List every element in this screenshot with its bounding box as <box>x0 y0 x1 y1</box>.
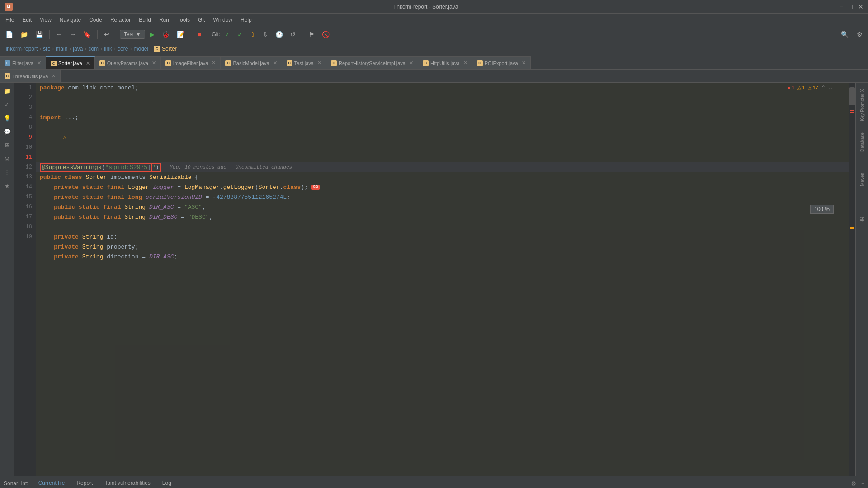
disable-button[interactable]: 🚫 <box>319 29 332 39</box>
tab-threadutils[interactable]: C ThreadUtils.java ✕ <box>0 70 61 82</box>
debug-button[interactable]: 🐞 <box>159 29 172 39</box>
stop-button[interactable]: ■ <box>195 29 204 39</box>
sidebar-commit-icon[interactable]: ✓ <box>1 98 14 111</box>
tab-poiexport[interactable]: C POIExport.java ✕ <box>472 56 531 69</box>
tab-log[interactable]: Log <box>157 478 177 488</box>
line-num-10[interactable]: 10 <box>14 142 36 152</box>
undo-button[interactable]: ↩ <box>101 29 112 39</box>
settings-button[interactable]: ⚙ <box>854 29 865 39</box>
git-check-button[interactable]: ✓ <box>222 29 233 39</box>
tab-filter[interactable]: F Filter.java ✕ <box>0 56 46 69</box>
menu-file[interactable]: File <box>2 16 18 24</box>
git-push-button[interactable]: ⇧ <box>247 29 258 39</box>
scrollbar-thumb[interactable] <box>849 87 855 105</box>
line-num-9[interactable]: 9 <box>14 132 36 142</box>
tab-close-imagefilter[interactable]: ✕ <box>212 60 216 66</box>
tab-basicmodel[interactable]: C BasicModel.java ✕ <box>221 56 282 69</box>
code-editor[interactable]: package com.link.core.model; import ...;… <box>36 83 855 476</box>
menu-run[interactable]: Run <box>156 16 173 24</box>
maximize-button[interactable]: □ <box>849 3 853 10</box>
menu-help[interactable]: Help <box>237 16 255 24</box>
tab-close-basicmodel[interactable]: ✕ <box>273 60 277 66</box>
key-promoter-icon[interactable]: Key Promoter X <box>858 87 867 123</box>
forward-button[interactable]: → <box>67 29 79 39</box>
maven-panel-icon[interactable]: Maven <box>858 170 867 188</box>
sidebar-extra-icon[interactable]: ⋮ <box>1 166 14 178</box>
breadcrumb-file[interactable]: Sorter <box>162 46 177 52</box>
line-num-14[interactable]: 14 <box>14 182 36 192</box>
run-config-dropdown[interactable]: Test ▼ <box>120 30 145 39</box>
line-num-15[interactable]: 15 <box>14 192 36 202</box>
tab-close-poiexport[interactable]: ✕ <box>522 60 526 66</box>
sidebar-maven-icon[interactable]: M <box>1 152 14 165</box>
breadcrumb-model[interactable]: model <box>133 46 148 52</box>
search-button[interactable]: 🔍 <box>838 29 851 39</box>
sidebar-ichelper-icon[interactable]: 💡 <box>1 112 14 124</box>
line-num-17[interactable]: 17 <box>14 212 36 222</box>
coverage-button[interactable]: 📝 <box>174 29 187 39</box>
extra-panel-icon[interactable]: 中文 <box>858 216 867 235</box>
open-button[interactable]: 📁 <box>18 29 31 39</box>
close-button[interactable]: ✕ <box>858 3 863 10</box>
sidebar-chatgpt-icon[interactable]: 💬 <box>1 125 14 138</box>
menu-edit[interactable]: Edit <box>19 16 35 24</box>
line-num-19[interactable]: 19 <box>14 232 36 242</box>
tab-reporthistory[interactable]: C ReportHistoryServiceImpl.java ✕ <box>326 56 418 69</box>
tab-sorter[interactable]: C Sorter.java ✕ <box>46 56 95 69</box>
menu-navigate[interactable]: Navigate <box>56 16 85 24</box>
menu-build[interactable]: Build <box>135 16 155 24</box>
sidebar-favorites-icon[interactable]: ★ <box>1 179 14 192</box>
menu-refactor[interactable]: Refactor <box>107 16 134 24</box>
tab-close-reporthistory[interactable]: ✕ <box>409 60 413 66</box>
database-panel-icon[interactable]: Database <box>858 129 867 156</box>
line-num-16[interactable]: 16 <box>14 202 36 212</box>
breadcrumb-core[interactable]: core <box>118 46 128 52</box>
line-num-2[interactable]: 2 <box>14 93 36 103</box>
back-button[interactable]: ← <box>53 29 65 39</box>
bookmark-button[interactable]: ⚑ <box>306 29 317 39</box>
sidebar-database-icon[interactable]: 🖥 <box>1 139 14 151</box>
menu-window[interactable]: Window <box>209 16 236 24</box>
tab-taint[interactable]: Taint vulnerabilities <box>99 478 156 488</box>
tab-queryparams[interactable]: C QueryParams.java ✕ <box>95 56 161 69</box>
tab-httputils[interactable]: C HttpUtils.java ✕ <box>418 56 472 69</box>
scrollbar-track[interactable] <box>849 83 855 476</box>
line-num-13[interactable]: 13 <box>14 172 36 182</box>
tab-close-queryparams[interactable]: ✕ <box>152 60 156 66</box>
line-num-8[interactable]: 8 <box>14 122 36 132</box>
line-num-12[interactable]: 12 <box>14 162 36 172</box>
tab-current-file[interactable]: Current file <box>33 478 71 488</box>
breadcrumb-main[interactable]: main <box>56 46 67 52</box>
tab-imagefilter[interactable]: C ImageFilter.java ✕ <box>161 56 221 69</box>
menu-git[interactable]: Git <box>194 16 208 24</box>
expand-button[interactable]: ⌄ <box>828 84 833 91</box>
recent-files-button[interactable]: 🔖 <box>80 29 94 39</box>
panel-close-button[interactable]: − <box>861 480 864 487</box>
git-pull-button[interactable]: ⇩ <box>260 29 271 39</box>
tab-close-threadutils[interactable]: ✕ <box>52 73 56 79</box>
breadcrumb-link[interactable]: link <box>104 46 112 52</box>
tab-close-filter[interactable]: ✕ <box>37 60 41 66</box>
menu-tools[interactable]: Tools <box>174 16 193 24</box>
line-num-4[interactable]: 4 <box>14 113 36 122</box>
tab-close-httputils[interactable]: ✕ <box>463 60 467 66</box>
collapse-button[interactable]: ⌃ <box>821 84 826 91</box>
line-num-11[interactable]: 11 <box>14 152 36 162</box>
menu-view[interactable]: View <box>36 16 55 24</box>
save-button[interactable]: 💾 <box>33 29 46 39</box>
git-check2-button[interactable]: ✓ <box>235 29 245 39</box>
breadcrumb-src[interactable]: src <box>43 46 50 52</box>
git-history-button[interactable]: 🕐 <box>273 29 286 39</box>
line-num-3[interactable]: 3 <box>14 103 36 113</box>
minimize-button[interactable]: − <box>840 3 843 10</box>
line-num-18[interactable]: 18 <box>14 222 36 232</box>
git-rollback-button[interactable]: ↺ <box>288 29 298 39</box>
tab-report[interactable]: Report <box>71 478 98 488</box>
panel-settings-button[interactable]: ⚙ <box>851 480 857 487</box>
new-file-button[interactable]: 📄 <box>3 29 16 39</box>
menu-code[interactable]: Code <box>85 16 106 24</box>
breadcrumb-project[interactable]: linkcrm-report <box>5 46 38 52</box>
breadcrumb-com[interactable]: com <box>88 46 99 52</box>
tab-close-test[interactable]: ✕ <box>317 60 321 66</box>
breadcrumb-java[interactable]: java <box>73 46 83 52</box>
